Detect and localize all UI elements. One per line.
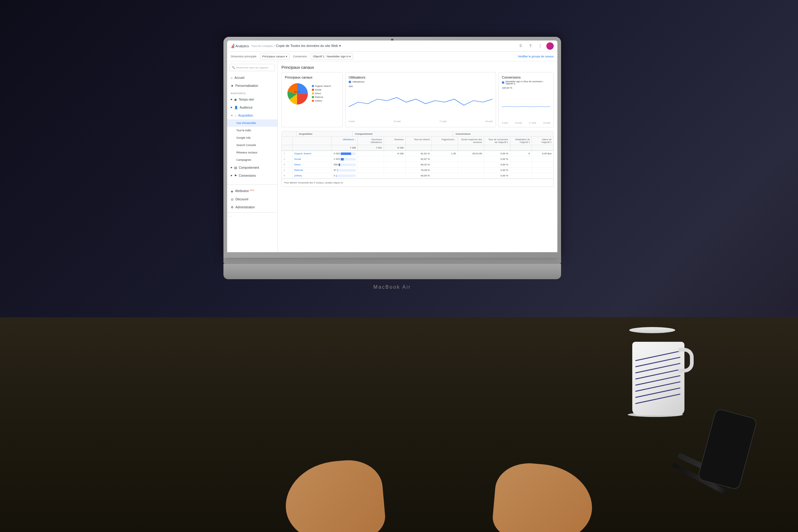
users-bar-cell: 3	[332, 173, 358, 178]
conversion-label: Conversion	[293, 55, 307, 58]
table-totals-row: 7 168 7 041 8 100	[282, 145, 553, 151]
more-options-button[interactable]: ⋮	[537, 42, 544, 50]
sidebar-subitem-campagnes[interactable]: Campagnes	[227, 156, 277, 164]
rank-header	[282, 137, 293, 145]
pie-chart-title: Principaux canaux	[285, 75, 339, 79]
realtime-icon: ◉	[234, 98, 237, 101]
sidebar-item-conversions[interactable]: ▶ ⚑ Conversions	[227, 171, 277, 179]
pie-legend: Organic Search Social Dire	[312, 85, 331, 103]
laptop-base: MacBook Air	[223, 258, 561, 264]
search-box: 🔍 Rechercher dans les rapports	[227, 61, 277, 74]
table-row: 5 (Other) 3 83,65 %	[282, 173, 553, 178]
content-area: Principaux canaux Principaux canaux	[278, 61, 557, 252]
help-button[interactable]: ?	[527, 42, 534, 50]
sidebar-item-personnalisation[interactable]: ★ Personnalisation	[227, 82, 277, 90]
channel-name[interactable]: Referral	[293, 168, 332, 173]
conversion-dropdown[interactable]: Objectif 1 : Newsletter sign in ▾	[311, 53, 353, 60]
left-hand	[282, 457, 387, 532]
home-icon: ⌂	[231, 76, 233, 79]
total-sessions: 8 100	[384, 145, 406, 150]
logo-bar-1	[231, 46, 232, 48]
conv-rate-header[interactable]: Taux de conversion de l'objectif 1	[484, 137, 510, 145]
dimension-dropdown[interactable]: Principaux canaux ▾	[260, 53, 290, 60]
charts-row: Principaux canaux	[281, 72, 554, 127]
table-section-headers: Acquisition Comportement Conversions	[282, 131, 553, 137]
coffee-mug	[626, 329, 694, 415]
duration-header[interactable]: Durée moyenne des sessions	[458, 137, 484, 145]
admin-icon: ⚙	[231, 206, 234, 209]
breadcrumb: Tous les comptes > Copie de Toutes les d…	[252, 44, 514, 48]
conv-chart-svg	[502, 90, 550, 108]
edit-channel-group-link[interactable]: Modifier le groupe de canaux	[518, 55, 554, 58]
channel-name[interactable]: Social	[293, 156, 332, 162]
logo-bar-2	[232, 45, 233, 48]
sidebar-subitem-google-ads[interactable]: Google Ads	[227, 134, 277, 141]
sidebar-item-audience[interactable]: ▶ 👤 Audience	[227, 103, 277, 111]
conversions-chart-section: Conversions Newsletter sign in (Taux de …	[498, 72, 554, 127]
data-table: Acquisition Comportement Conversions Uti…	[281, 131, 554, 187]
chevron-left-icon: ‹	[229, 215, 230, 218]
collapse-sidebar-button[interactable]: ‹	[229, 215, 275, 218]
sessions-header[interactable]: Sessions	[384, 137, 406, 145]
pie-segment-social	[297, 94, 308, 104]
users-chart-section: Utilisateurs Utilisateurs 400	[345, 72, 496, 127]
channel-name[interactable]: Direct	[293, 162, 332, 167]
topbar-right: ⠿ ? ⋮	[517, 42, 554, 50]
main-area: 🔍 Rechercher dans les rapports ⌂ Accueil…	[227, 61, 557, 252]
sidebar-item-attribution[interactable]: ◈ Attribution NEW	[227, 187, 277, 195]
content-section-title: Principaux canaux	[281, 65, 554, 70]
channel-name[interactable]: (Other)	[293, 173, 332, 178]
laptop-keyboard-base	[223, 264, 561, 279]
apps-grid-button[interactable]: ⠿	[517, 42, 524, 50]
users-chart-svg	[349, 88, 493, 113]
table-row: 2 Social 1 525 82,87 %	[282, 156, 553, 162]
pie-legend-referral: Referral	[312, 96, 331, 98]
users-line-path	[349, 98, 493, 107]
table-footer-note: Pour afficher l'ensemble des 5 Canaux, v…	[282, 178, 553, 187]
value-header[interactable]: Valeur de l'objectif 1	[532, 137, 553, 145]
pages-session-header[interactable]: Pages/sessi...	[432, 137, 458, 145]
laptop-screen-frame: Analytics Tous les comptes > Copie de To…	[223, 37, 561, 258]
sidebar-item-acquisition[interactable]: ▼ ↓ Acquisition	[227, 111, 277, 119]
logo-bar-3	[233, 44, 234, 48]
sidebar-item-decouvrir[interactable]: ◎ Découvrir	[227, 195, 277, 203]
total-users: 7 168	[332, 145, 358, 150]
laptop-brand-label: MacBook Air	[373, 284, 411, 290]
audience-icon: 👤	[234, 106, 238, 109]
users-header[interactable]: Utilisateurs ↓	[332, 137, 358, 145]
sidebar-item-home[interactable]: ⌂ Accueil	[227, 74, 277, 82]
sidebar-subitem-reseaux-sociaux[interactable]: Réseaux sociaux	[227, 149, 277, 156]
laptop-screen: Analytics Tous les comptes > Copie de To…	[227, 40, 557, 252]
sidebar-subitem-search-console[interactable]: Search Console	[227, 141, 277, 149]
table-col-headers: Utilisateurs ↓ Nouveaux Utilisateurs Ses…	[282, 137, 553, 145]
users-bar-cell: 5 053	[332, 151, 358, 156]
conv-y-max: 100.00 %	[502, 87, 550, 89]
bounce-rate-header[interactable]: Taux de rebond	[406, 137, 432, 145]
completions-header[interactable]: Réalisation de l'objectif 1	[511, 137, 532, 145]
users-bar-cell: 97	[332, 168, 358, 173]
conv-line-path	[502, 107, 550, 107]
sidebar-item-realtime[interactable]: ▶ ◉ Temps réel	[227, 95, 277, 103]
conversions-expand-icon: ▶	[231, 174, 233, 177]
topbar: Analytics Tous les comptes > Copie de To…	[227, 40, 557, 52]
dimension-label: Dimension principale	[231, 55, 257, 58]
table-row: 1 Organic Search 5 053 8 100	[282, 151, 553, 156]
total-new-users: 7 041	[358, 145, 384, 150]
sidebar-item-comportement[interactable]: ▶ ▤ Comportement	[227, 164, 277, 171]
pie-legend-other: (Other)	[312, 99, 331, 102]
search-input[interactable]: 🔍 Rechercher dans les rapports	[229, 64, 275, 71]
users-legend-dot	[349, 81, 351, 83]
page-title-topbar: Copie de Toutes les données du site Web …	[276, 44, 341, 48]
analytics-logo-bars	[231, 44, 234, 48]
table-row: 3 Direct 556 80,32 %	[282, 162, 553, 168]
acquisition-icon: ↓	[235, 114, 236, 117]
new-users-header[interactable]: Nouveaux Utilisateurs	[358, 137, 384, 145]
channel-name[interactable]: Organic Search	[293, 151, 332, 156]
analytics-label: Analytics	[236, 44, 249, 48]
users-y-max: 400	[349, 85, 493, 88]
user-avatar[interactable]	[546, 42, 554, 50]
sidebar-subitem-vue-ensemble[interactable]: Vue d'ensemble	[227, 119, 277, 127]
sidebar-item-administration[interactable]: ⚙ Administration	[227, 203, 277, 211]
social-dot	[312, 89, 314, 91]
sidebar-subitem-tout-trafic[interactable]: Tout le trafic	[227, 127, 277, 134]
